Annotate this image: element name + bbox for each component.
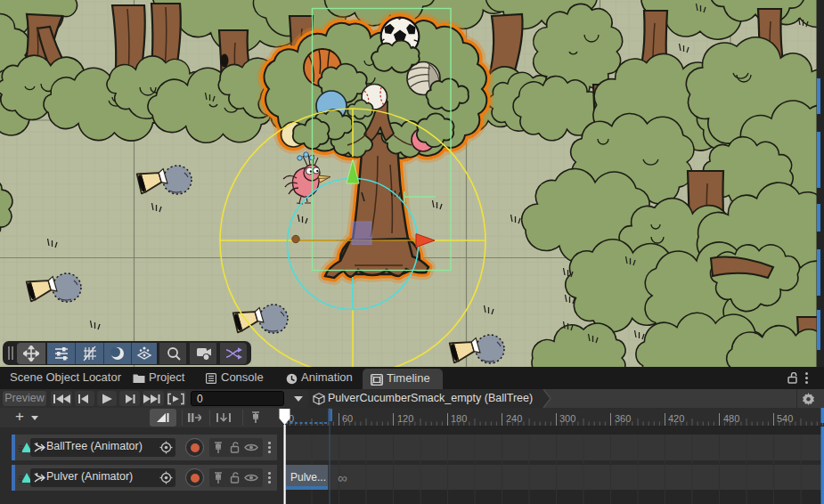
- svg-text:60: 60: [342, 413, 353, 424]
- svg-text:360: 360: [615, 413, 631, 424]
- svg-text:480: 480: [723, 413, 739, 424]
- svg-text:240: 240: [506, 413, 522, 424]
- svg-text:∞: ∞: [338, 470, 347, 485]
- svg-text:120: 120: [397, 413, 413, 424]
- svg-text:Pulve...: Pulve...: [290, 471, 326, 484]
